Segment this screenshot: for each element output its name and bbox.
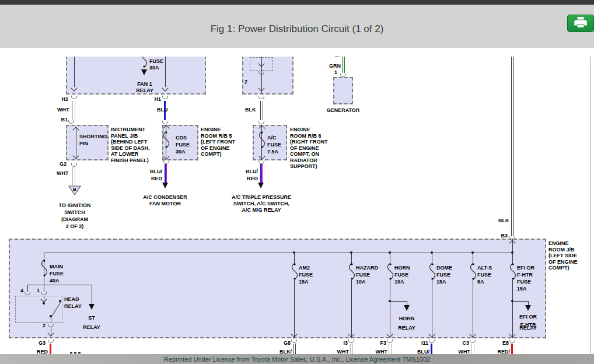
connector-1: 1 [33, 288, 40, 294]
wire-color-label: BLU [157, 107, 168, 113]
generator-label: GENERATOR [323, 107, 363, 114]
engine-room-jb-label: ENGINE ROOM J/B (LEFT SIDE OF ENGINE COM… [548, 240, 578, 271]
arrow-down-icon [404, 305, 410, 311]
fuse-symbol [291, 263, 299, 281]
clipped-text-fragment [70, 352, 82, 354]
line [294, 253, 295, 264]
line [294, 280, 295, 338]
wire-blk [511, 57, 514, 236]
wiring-diagram-canvas: FUSE 30A FAN 1 RELAY H2 H1 WHT BLU B1 SH… [0, 57, 594, 354]
fuse-symbol [140, 57, 148, 68]
wire-red [50, 344, 51, 354]
fuse-symbol [428, 263, 436, 281]
flag-letter: B [68, 187, 82, 193]
line [432, 280, 432, 338]
fuse-symbol [469, 263, 477, 281]
wire-color-label: BLK/ [277, 349, 292, 354]
arrow-down-icon [141, 69, 147, 75]
license-bar: Reprinted Under License from Toyota Moto… [0, 354, 594, 364]
fuse-symbol [348, 263, 356, 281]
junction-dot [43, 302, 45, 304]
print-button[interactable] [567, 15, 594, 32]
main-fuse-label: MAIN FUSE 40A [50, 263, 64, 284]
line [92, 285, 92, 304]
window-top-strip [0, 0, 594, 5]
connector-f3: F3 [372, 340, 386, 346]
fuse-label: DOME FUSE 15A [436, 264, 452, 285]
wire-color-label: WHT [372, 349, 387, 354]
connector-i3: I3 [334, 340, 348, 346]
wire-wht [72, 167, 75, 186]
connector-cup [509, 340, 515, 343]
wire-color-label: BLK [498, 218, 509, 224]
ac-condenser-dest-label: A/C CONDENSER FAN MOTOR [124, 194, 206, 207]
connector-g3: G3 [34, 340, 46, 346]
line [74, 57, 75, 87]
connector-e8: E8 [495, 340, 509, 346]
fuse-symbol [162, 131, 170, 149]
connector-cup [162, 96, 168, 99]
wire-blk [260, 101, 263, 120]
line [473, 253, 473, 264]
horn-relay-label: HORN RELAY [393, 314, 420, 332]
fuse-symbol [386, 263, 394, 281]
wire-blk [293, 344, 296, 354]
instrument-panel-jb-label: INSTRUMENT PANEL J/B (BEHIND LEFT SIDE O… [111, 127, 150, 163]
st-relay-label: ST RELAY [78, 313, 105, 332]
connector-h2: H2 [57, 96, 68, 103]
connector-cup [258, 96, 264, 99]
ignition-switch-dest-label: TO IGNITION SWITCH (DIAGRAM 2 OF 2) [54, 202, 96, 230]
wire-color-label: WHT [455, 349, 470, 354]
bus-line [44, 253, 512, 253]
efi-relay-label-3: RELAY [515, 325, 541, 331]
ac-fuse-label: A/C FUSE 7.5A [267, 134, 281, 155]
line [473, 280, 473, 338]
fuse-label: ALT-S FUSE 5A [477, 264, 492, 285]
cds-fuse-label: CDS FUSE 30A [176, 134, 190, 155]
fuse-symbol [258, 131, 266, 149]
connector-cup [71, 96, 77, 99]
wire-wht [471, 344, 474, 354]
arrow-down-icon [258, 183, 264, 188]
wire-color-label: GRN [327, 63, 341, 69]
fuse-label: EFI OR F-HTR FUSE 15A [517, 264, 534, 292]
wire-color-label: RED/ [495, 349, 510, 354]
line [390, 280, 390, 338]
connector-cup [258, 121, 264, 124]
generator-box [333, 77, 353, 104]
license-text: Reprinted Under License from Toyota Moto… [164, 356, 430, 363]
wire-wht [389, 344, 392, 354]
ac-pressure-dest-label: A/C TRIPLE PRESSURE SWITCH, A/C SWITCH, … [211, 194, 312, 214]
wire-color-label: BLU/ [414, 349, 429, 354]
arrow-down-icon [89, 304, 95, 310]
line [351, 280, 352, 338]
connector-1: 1 [330, 69, 337, 76]
connector-b3: B3 [496, 233, 508, 239]
line [27, 285, 92, 285]
wire-red [511, 344, 513, 354]
wire-grn [342, 57, 345, 73]
efi-relay-label-1: EFI OR [515, 314, 541, 320]
figure-title: Fig 1: Power Distribution Circuit (1 of … [0, 23, 594, 35]
connector-cup [68, 120, 74, 124]
head-relay-label: HEAD RELAY [64, 296, 82, 310]
wire-wht [72, 101, 75, 120]
connector-g8: G8 [277, 340, 291, 346]
line [512, 280, 513, 338]
connector-i11: I11 [413, 340, 428, 346]
line [432, 253, 432, 264]
wire-color-label: BLK [245, 107, 256, 113]
wire-wht [350, 344, 353, 354]
engine-room-rb5-label: ENGINE ROOM R/B 5 (LEFT FRONT OF ENGINE … [201, 127, 235, 158]
connector-cup [162, 121, 168, 124]
wire-red [261, 164, 263, 183]
fuse-label: FUSE 30A [149, 58, 163, 71]
wire-color-label: WHT [57, 170, 69, 177]
figure-header: Fig 1: Power Distribution Circuit (1 of … [0, 5, 594, 48]
fuse-label: HAZARD FUSE 10A [356, 264, 378, 285]
wire-color-label: BLU/ RED [244, 168, 258, 182]
printer-icon [574, 17, 587, 30]
line [165, 57, 166, 87]
connector-cup [470, 340, 476, 343]
connector-g2: G2 [55, 161, 67, 167]
